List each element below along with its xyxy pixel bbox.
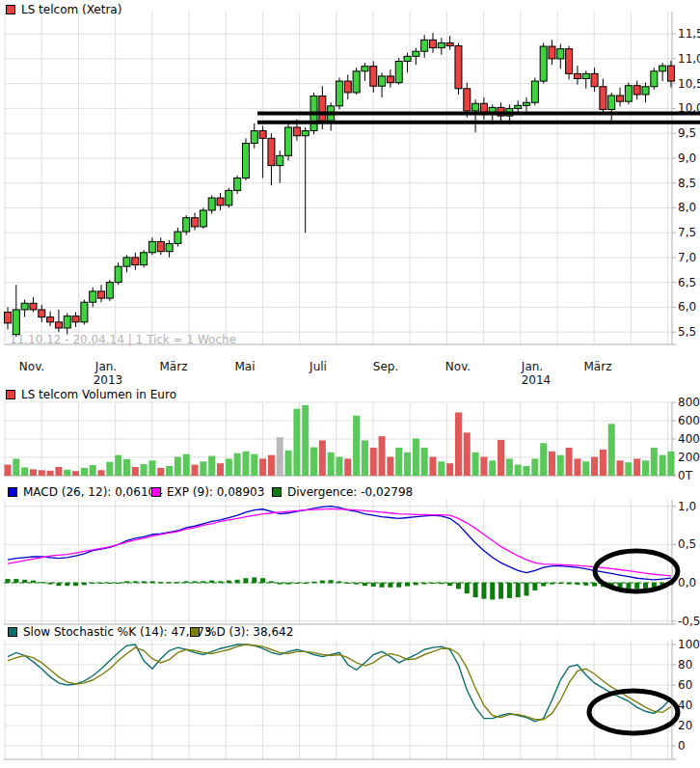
candle-body bbox=[90, 291, 96, 302]
axis-tick-label: 5,5 bbox=[678, 325, 696, 339]
candle-body bbox=[600, 87, 606, 110]
volume-bar bbox=[200, 461, 206, 476]
stoch-d-marker-icon bbox=[190, 627, 200, 637]
volume-bar bbox=[455, 412, 462, 476]
volume-bar bbox=[515, 465, 522, 476]
volume-bar bbox=[234, 453, 241, 476]
volume-bar bbox=[395, 448, 402, 476]
macd-legend-label: MACD (26, 12): 0,06104 bbox=[23, 485, 163, 499]
candle-body bbox=[446, 42, 453, 45]
candle-body bbox=[81, 302, 88, 322]
volume-bar bbox=[242, 452, 249, 476]
candle-body bbox=[166, 243, 173, 251]
volume-bar bbox=[651, 448, 658, 476]
divergence-bar bbox=[481, 583, 486, 599]
divergence-bar bbox=[626, 583, 631, 589]
candle-body bbox=[582, 73, 589, 78]
volume-bar bbox=[404, 453, 411, 476]
candle-body bbox=[549, 46, 555, 59]
volume-bar bbox=[157, 468, 164, 476]
macd-legend: MACD (26, 12): 0,06104 EXP (9): 0,08903 … bbox=[0, 485, 700, 500]
exp-legend-item: EXP (9): 0,08903 bbox=[151, 485, 264, 499]
exp-line bbox=[8, 508, 671, 576]
volume-bar bbox=[175, 457, 181, 476]
axis-tick-label: 9,0 bbox=[678, 151, 696, 165]
axis-tick-label: Mai bbox=[234, 360, 255, 373]
axis-tick-label: Nov. bbox=[19, 360, 44, 373]
axis-tick-label: Jan. bbox=[521, 360, 543, 373]
volume-bar bbox=[540, 443, 547, 476]
volume-bar bbox=[98, 470, 105, 476]
candle-body bbox=[217, 198, 224, 206]
candle-body bbox=[251, 131, 257, 144]
candle-body bbox=[98, 291, 105, 298]
stock-chart-page: 5,56,06,57,07,58,08,59,09,510,010,511,01… bbox=[0, 0, 700, 768]
volume-bar bbox=[446, 463, 453, 476]
candle-body bbox=[353, 71, 360, 93]
candle-body bbox=[625, 86, 632, 101]
candle-body bbox=[344, 81, 351, 93]
volume-bar bbox=[591, 457, 598, 476]
candle-body bbox=[64, 316, 70, 328]
volume-bar bbox=[344, 458, 351, 476]
volume-bar bbox=[81, 468, 88, 476]
volume-bar bbox=[617, 460, 624, 476]
axis-tick-label: Nov. bbox=[445, 360, 471, 373]
axis-tick-label: Sep. bbox=[373, 360, 398, 373]
divergence-bar bbox=[473, 583, 478, 597]
divergence-legend-item: Divergence: -0,02798 bbox=[272, 485, 413, 499]
volume-bar bbox=[660, 455, 666, 476]
volume-bar bbox=[183, 454, 190, 476]
volume-bar bbox=[208, 456, 215, 476]
axis-tick-label: 0,0 bbox=[678, 576, 696, 590]
candle-body bbox=[302, 131, 309, 136]
candle-body bbox=[362, 67, 368, 71]
candle-body bbox=[591, 73, 598, 86]
divergence-bar bbox=[260, 578, 265, 583]
candle-body bbox=[242, 143, 249, 178]
candle-body bbox=[148, 241, 155, 252]
divergence-bar bbox=[388, 583, 392, 588]
candle-body bbox=[617, 96, 624, 101]
volume-bar bbox=[480, 457, 487, 476]
volume-bar bbox=[47, 471, 54, 476]
axis-tick-label: 0 bbox=[678, 739, 686, 753]
axis-tick-label: 1,0 bbox=[678, 500, 696, 513]
volume-bar bbox=[464, 432, 471, 476]
candle-body bbox=[277, 155, 283, 165]
axis-tick-label: 6,5 bbox=[678, 276, 696, 289]
volume-bar bbox=[421, 448, 428, 476]
candle-body bbox=[336, 81, 342, 106]
volume-bar bbox=[353, 416, 360, 476]
volume-bar bbox=[106, 462, 113, 476]
candle-body bbox=[192, 218, 199, 227]
volume-bar bbox=[217, 463, 224, 476]
price-series-marker-icon bbox=[6, 5, 15, 14]
divergence-bar bbox=[243, 578, 248, 583]
axis-tick-label: 400T bbox=[678, 432, 700, 446]
axis-tick-label: 10,5 bbox=[678, 77, 700, 91]
volume-bar bbox=[328, 453, 335, 476]
volume-bar bbox=[285, 451, 292, 476]
candle-body bbox=[106, 283, 113, 298]
axis-tick-label: März bbox=[584, 360, 612, 373]
axis-tick-label: 800T bbox=[678, 396, 700, 409]
candle-body bbox=[123, 258, 130, 266]
divergence-bar bbox=[456, 583, 461, 589]
candle-body bbox=[387, 76, 393, 83]
candle-body bbox=[55, 322, 62, 328]
divergence-bar bbox=[634, 583, 639, 589]
axis-tick-label: 600T bbox=[678, 414, 700, 427]
axis-tick-label: März bbox=[160, 360, 188, 373]
candle-body bbox=[319, 96, 326, 122]
axis-tick-label: 9,5 bbox=[678, 126, 696, 140]
candle-body bbox=[557, 49, 564, 59]
volume-bar bbox=[259, 458, 266, 476]
volume-bar bbox=[549, 452, 555, 476]
candle-body bbox=[21, 303, 28, 310]
candle-body bbox=[183, 218, 190, 232]
price-range-info: 11.10.12 - 20.04.14 | 1 Tick = 1 Woche bbox=[10, 333, 236, 346]
volume-chart-header: LS telcom Volumen in Euro bbox=[6, 388, 176, 401]
volume-bar bbox=[310, 448, 317, 476]
volume-bar bbox=[557, 455, 564, 476]
